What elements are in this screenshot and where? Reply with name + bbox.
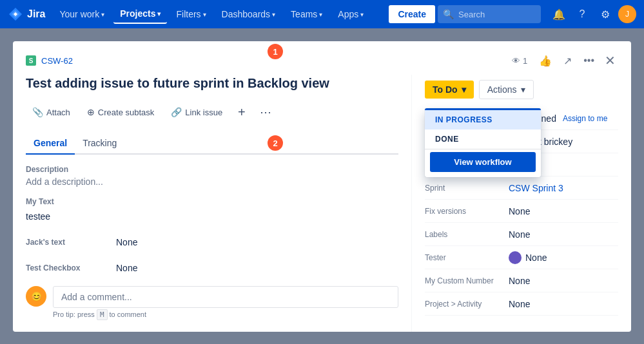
labels-label: Labels	[425, 230, 509, 239]
labels-value: None	[509, 229, 618, 240]
more-options-button[interactable]: •••	[580, 52, 598, 69]
share-icon: ↗	[563, 55, 572, 67]
chevron-down-icon: ▾	[521, 84, 525, 95]
nav-icons-group: 🔔 ? ⚙ J	[549, 4, 636, 24]
tester-label: Tester	[425, 253, 509, 262]
keyboard-shortcut: M	[97, 309, 108, 320]
link-issue-button[interactable]: 🔗 Link issue	[164, 104, 229, 120]
help-button[interactable]: ?	[572, 4, 592, 24]
description-section: Description Add a description...	[26, 165, 398, 187]
vote-button[interactable]: 👍	[535, 52, 556, 70]
watchers-button[interactable]: 👁 1	[508, 53, 531, 68]
fix-versions-label: Fix versions	[425, 207, 509, 216]
fix-versions-row: Fix versions None	[425, 200, 618, 223]
tester-avatar	[509, 251, 522, 264]
jacks-text-label: Jack's text	[26, 238, 90, 247]
status-button[interactable]: To Do ▾	[425, 81, 474, 99]
share-button[interactable]: ↗	[560, 52, 576, 70]
toolbar-more-button[interactable]: ⋯	[255, 102, 277, 122]
description-placeholder[interactable]: Add a description...	[26, 177, 398, 187]
subtask-icon: ⊕	[87, 107, 95, 117]
chevron-down-icon: ▾	[101, 11, 104, 18]
comment-input[interactable]: Add a comment...	[53, 286, 398, 308]
modal-right-panel: To Do ▾ Actions ▾ IN PROGRESS DONE View …	[412, 75, 631, 332]
chevron-down-icon: ▾	[360, 11, 364, 18]
issue-key-link[interactable]: CSW-62	[41, 56, 73, 66]
jacks-text-value: None	[116, 234, 137, 250]
test-checkbox-label: Test Checkbox	[26, 263, 90, 272]
my-text-value: testee	[26, 209, 398, 224]
add-more-button[interactable]: +	[233, 104, 251, 121]
sprint-value[interactable]: CSW Sprint 3	[509, 183, 618, 193]
search-wrapper: 🔍 Search	[438, 5, 541, 23]
create-subtask-button[interactable]: ⊕ Create subtask	[81, 104, 161, 120]
search-icon: 🔍	[443, 9, 454, 19]
chevron-down-icon: ▾	[319, 11, 322, 18]
assign-to-me-link[interactable]: Assign to me	[563, 114, 607, 123]
thumbsup-icon: 👍	[539, 55, 552, 67]
tester-wrap: None	[509, 251, 618, 264]
fix-versions-value: None	[509, 206, 618, 216]
tab-general[interactable]: General	[26, 133, 75, 155]
status-dropdown: IN PROGRESS DONE View workflow	[425, 108, 541, 177]
dropdown-item-in-progress[interactable]: IN PROGRESS	[425, 110, 541, 129]
nav-dashboards[interactable]: Dashboards ▾	[215, 5, 282, 23]
notifications-button[interactable]: 🔔	[549, 4, 569, 24]
sprint-row: Sprint CSW Sprint 3	[425, 177, 618, 200]
nav-filters[interactable]: Filters ▾	[170, 5, 212, 23]
my-custom-number-row: My Custom Number None	[425, 269, 618, 292]
chevron-down-icon: ▾	[203, 11, 206, 18]
modal-header-actions: 👁 1 👍 ↗ ••• ✕	[508, 52, 618, 70]
modal-header: S CSW-62 👁 1 👍 ↗ ••• ✕	[13, 41, 631, 75]
nav-your-work[interactable]: Your work ▾	[53, 5, 111, 23]
dropdown-separator	[425, 149, 541, 149]
chevron-down-icon: ▾	[462, 84, 466, 95]
close-button[interactable]: ✕	[602, 52, 618, 70]
logo-text: Jira	[27, 8, 45, 20]
test-checkbox-section: Test Checkbox None	[26, 260, 398, 276]
modal-body: Test adding issue to future sprint in Ba…	[13, 75, 631, 332]
step-2-badge: 2	[268, 135, 283, 151]
more-icon: •••	[583, 55, 594, 66]
my-custom-number-label: My Custom Number	[425, 276, 509, 285]
top-navigation: Jira Your work ▾ Projects ▾ Filters ▾ Da…	[0, 0, 644, 28]
sprint-label: Sprint	[425, 184, 509, 193]
tab-tracking[interactable]: Tracking	[75, 133, 124, 155]
eye-icon: 👁	[512, 56, 520, 66]
pro-tip: Pro tip: press M to comment	[53, 311, 398, 319]
test-checkbox-value: None	[116, 260, 137, 276]
my-text-section: My Text testee	[26, 197, 398, 224]
tester-row: Tester None	[425, 246, 618, 269]
jira-logo[interactable]: Jira	[8, 6, 45, 22]
status-actions-row: To Do ▾ Actions ▾ IN PROGRESS DONE View …	[425, 80, 618, 99]
project-activity-label: Project > Activity	[425, 300, 509, 309]
my-custom-number-value: None	[509, 276, 618, 286]
chevron-down-icon: ▾	[272, 11, 275, 18]
dropdown-item-done[interactable]: DONE	[425, 129, 541, 149]
toolbar: 📎 Attach ⊕ Create subtask 🔗 Link issue +…	[26, 102, 398, 122]
modal-content: S CSW-62 👁 1 👍 ↗ ••• ✕	[13, 41, 631, 332]
nav-apps[interactable]: Apps ▾	[331, 5, 370, 23]
nav-teams[interactable]: Teams ▾	[284, 5, 329, 23]
tester-value: None	[509, 251, 618, 264]
paperclip-icon: 📎	[32, 107, 43, 117]
issue-modal: S CSW-62 👁 1 👍 ↗ ••• ✕	[0, 28, 644, 344]
chevron-down-icon: ▾	[157, 10, 161, 17]
step-1-badge: 1	[268, 44, 283, 59]
description-label: Description	[26, 165, 398, 174]
link-icon: 🔗	[171, 107, 182, 117]
create-button[interactable]: Create	[389, 5, 435, 23]
labels-row: Labels None	[425, 223, 618, 246]
avatar[interactable]: J	[618, 5, 636, 23]
nav-projects[interactable]: Projects ▾	[113, 5, 167, 24]
jacks-text-section: Jack's text None	[26, 234, 398, 250]
tabs: General Tracking	[26, 133, 398, 155]
view-workflow-button[interactable]: View workflow	[430, 152, 536, 172]
issue-title: Test adding issue to future sprint in Ba…	[26, 75, 398, 91]
comment-section: 😊 Add a comment...	[26, 286, 398, 308]
settings-button[interactable]: ⚙	[595, 4, 616, 24]
issue-type-icon: S	[26, 55, 36, 66]
attach-button[interactable]: 📎 Attach	[26, 104, 77, 120]
my-text-label: My Text	[26, 197, 398, 206]
actions-button[interactable]: Actions ▾	[479, 80, 534, 99]
